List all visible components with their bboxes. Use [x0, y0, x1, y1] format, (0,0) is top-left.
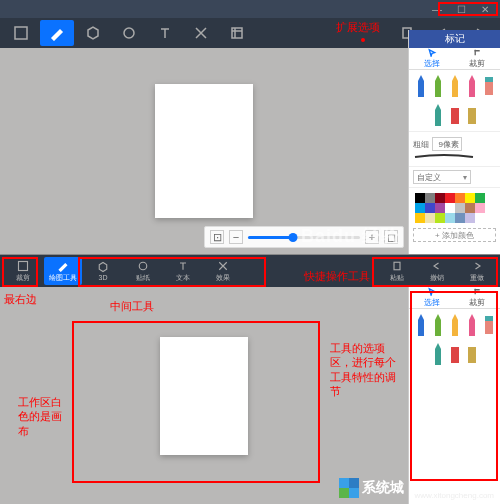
svg-rect-14	[468, 347, 476, 363]
crop-tool[interactable]: 裁剪	[4, 257, 42, 285]
pen-pencil[interactable]	[448, 73, 462, 99]
color-swatch[interactable]	[435, 193, 445, 203]
titlebar: — ☐ ✕	[0, 0, 500, 18]
tab-crop[interactable]: 裁剪	[455, 287, 501, 308]
main-toolbar: 裁剪 绘图工具 3D 贴纸 文本 效果 粘贴 撤销 重做	[0, 255, 500, 287]
pen-brush[interactable]	[431, 102, 445, 128]
pen-brush[interactable]	[431, 341, 445, 367]
workspace[interactable]	[0, 48, 408, 254]
pen-picker	[409, 70, 500, 131]
sticker-tool[interactable]	[112, 20, 146, 46]
close-button[interactable]: ✕	[474, 2, 496, 16]
text-tool[interactable]	[148, 20, 182, 46]
svg-rect-10	[394, 262, 400, 270]
color-swatch[interactable]	[455, 193, 465, 203]
pen-marker[interactable]	[414, 73, 428, 99]
svg-rect-0	[15, 27, 27, 39]
pen-eraser[interactable]	[482, 312, 496, 338]
svg-rect-4	[485, 81, 493, 95]
logo-icon	[339, 478, 359, 498]
zoom-fit-icon[interactable]: ⊡	[210, 230, 224, 244]
undo-button[interactable]: 撤销	[418, 257, 456, 285]
panel-title: 标记	[409, 30, 500, 48]
canvas[interactable]	[155, 84, 253, 218]
pen-spray[interactable]	[465, 102, 479, 128]
svg-rect-2	[232, 28, 242, 38]
annot-dot	[361, 38, 365, 42]
svg-rect-8	[19, 261, 28, 270]
brush-tool[interactable]	[40, 20, 74, 46]
add-color-button[interactable]: + 添加颜色	[413, 228, 496, 242]
color-swatch[interactable]	[445, 203, 455, 213]
color-swatch[interactable]	[415, 203, 425, 213]
workspace[interactable]	[0, 287, 408, 504]
pen-eraser[interactable]	[482, 73, 496, 99]
min-button[interactable]: —	[426, 2, 448, 16]
color-swatch[interactable]	[475, 193, 485, 203]
zoom-out-button[interactable]: −	[229, 230, 243, 244]
color-swatch[interactable]	[425, 213, 435, 223]
svg-rect-13	[451, 347, 459, 363]
pen-crayon[interactable]	[465, 312, 479, 338]
canvas[interactable]	[160, 337, 248, 455]
crop-tool[interactable]	[4, 20, 38, 46]
zoom-slider[interactable]	[248, 236, 360, 239]
paste-button[interactable]: 粘贴	[378, 257, 416, 285]
color-swatch[interactable]	[435, 213, 445, 223]
3d-tool[interactable]	[76, 20, 110, 46]
redo-button[interactable]: 重做	[458, 257, 496, 285]
thickness-input[interactable]: 9像素	[432, 137, 462, 151]
svg-rect-12	[485, 316, 493, 321]
color-swatch[interactable]	[445, 213, 455, 223]
opacity-dropdown[interactable]: 自定义	[413, 170, 471, 184]
logo-text: 系统城	[362, 479, 404, 497]
color-swatch[interactable]	[455, 203, 465, 213]
watermark-url: www.xitongcheng.com	[414, 491, 494, 500]
color-swatch[interactable]	[425, 193, 435, 203]
effects-tool[interactable]: 效果	[204, 257, 242, 285]
svg-rect-11	[485, 320, 493, 334]
pen-fill[interactable]	[448, 102, 462, 128]
text-tool[interactable]: 文本	[164, 257, 202, 285]
pen-spray[interactable]	[465, 341, 479, 367]
color-swatch[interactable]	[455, 213, 465, 223]
pen-crayon[interactable]	[465, 73, 479, 99]
color-palette	[413, 191, 496, 225]
pen-marker[interactable]	[414, 312, 428, 338]
color-swatch[interactable]	[425, 203, 435, 213]
color-swatch[interactable]	[475, 203, 485, 213]
max-button[interactable]: ☐	[450, 2, 472, 16]
effects-tool[interactable]	[184, 20, 218, 46]
pen-calligraphy[interactable]	[431, 73, 445, 99]
svg-rect-6	[451, 108, 459, 124]
zoom-in-button[interactable]: +	[365, 230, 379, 244]
thickness-preview	[413, 153, 475, 161]
tab-select[interactable]: 选择	[409, 48, 455, 69]
sticker-tool[interactable]: 贴纸	[124, 257, 162, 285]
svg-rect-7	[468, 108, 476, 124]
3d-tool[interactable]: 3D	[84, 257, 122, 285]
zoom-bar: ⊡ − + ◻	[204, 226, 404, 248]
canvas-tool[interactable]	[220, 20, 254, 46]
pen-calligraphy[interactable]	[431, 312, 445, 338]
brush-tool[interactable]: 绘图工具	[44, 257, 82, 285]
tab-crop[interactable]: 裁剪	[455, 48, 501, 69]
tab-select[interactable]: 选择	[409, 287, 455, 308]
color-swatch[interactable]	[445, 193, 455, 203]
pen-picker	[409, 309, 500, 370]
zoom-actual-icon[interactable]: ◻	[384, 230, 398, 244]
color-swatch[interactable]	[465, 203, 475, 213]
side-panel: 标记 选择 裁剪 粗细9像素 自定义 + 添加颜色	[408, 30, 500, 254]
color-swatch[interactable]	[465, 213, 475, 223]
svg-point-9	[139, 262, 147, 270]
color-swatch[interactable]	[415, 213, 425, 223]
pen-pencil[interactable]	[448, 312, 462, 338]
pen-fill[interactable]	[448, 341, 462, 367]
color-swatch[interactable]	[435, 203, 445, 213]
color-swatch[interactable]	[465, 193, 475, 203]
logo: 系统城	[339, 478, 404, 498]
side-panel: 选择 裁剪	[408, 287, 500, 504]
color-swatch[interactable]	[415, 193, 425, 203]
svg-rect-5	[485, 77, 493, 82]
thickness-label: 粗细	[413, 139, 429, 150]
